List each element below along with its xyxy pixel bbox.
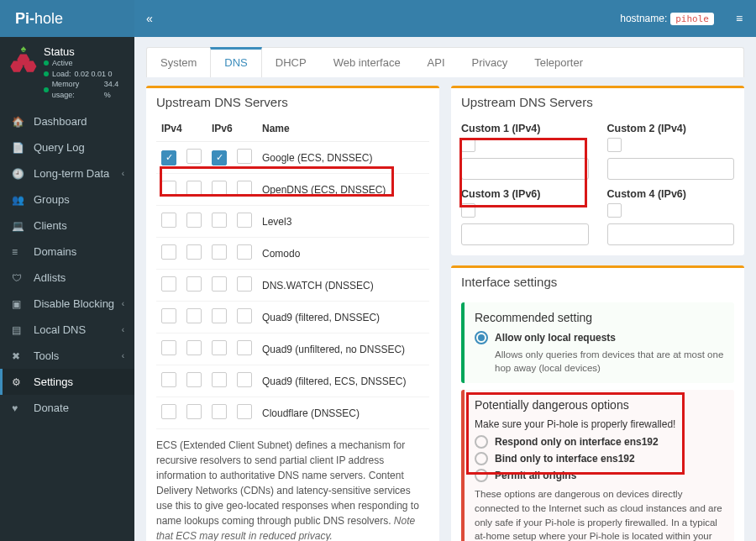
custom-dns-enable-checkbox[interactable]	[461, 138, 475, 152]
dns-checkbox[interactable]	[237, 372, 252, 387]
dns-checkbox[interactable]	[237, 244, 252, 260]
dns-checkbox[interactable]	[161, 181, 176, 196]
dns-checkbox[interactable]	[186, 340, 202, 355]
dns-checkbox[interactable]	[161, 372, 176, 387]
dns-provider-name: Cloudflare (DNSSEC)	[257, 397, 429, 429]
nav-icon: ⚙	[12, 376, 27, 388]
custom-dns-enable-checkbox[interactable]	[607, 138, 622, 152]
dns-checkbox[interactable]	[237, 181, 252, 196]
nav-icon: 🏠	[12, 116, 27, 128]
nav-icon: ≡	[12, 246, 27, 258]
dns-checkbox[interactable]	[237, 276, 252, 292]
brand-logo[interactable]: Pi-hole	[0, 0, 134, 37]
dns-provider-name: Quad9 (filtered, DNSSEC)	[257, 302, 429, 334]
dns-provider-name: Google (ECS, DNSSEC)	[257, 142, 429, 174]
dns-row: Cloudflare (DNSSEC)	[156, 397, 429, 429]
nav-item-dashboard[interactable]: 🏠Dashboard	[0, 108, 134, 134]
dns-row: Comodo	[156, 238, 429, 270]
nav-icon: 👥	[12, 194, 27, 206]
tab-web-interface[interactable]: Web interface	[320, 48, 414, 77]
custom-dns-input[interactable]	[607, 223, 735, 245]
dns-checkbox[interactable]	[212, 244, 227, 260]
dns-checkbox[interactable]	[212, 372, 227, 387]
custom-dns-enable-checkbox[interactable]	[607, 203, 622, 218]
dns-checkbox[interactable]	[161, 244, 176, 260]
dns-checkbox[interactable]	[161, 340, 176, 355]
status-title: Status	[44, 45, 126, 58]
dns-row: Quad9 (filtered, DNSSEC)	[156, 302, 429, 334]
dns-checkbox[interactable]	[237, 404, 252, 419]
interface-radio[interactable]	[475, 452, 488, 465]
dns-checkbox[interactable]	[161, 308, 176, 323]
dns-provider-name: OpenDNS (ECS, DNSSEC)	[257, 174, 429, 206]
dns-checkbox[interactable]	[186, 149, 202, 164]
nav-icon: ▤	[12, 324, 27, 336]
sidebar-toggle-button[interactable]: «	[134, 0, 165, 37]
nav-item-tools[interactable]: ✖Tools‹	[0, 343, 134, 369]
dns-provider-name: Comodo	[257, 238, 429, 270]
custom-dns-input[interactable]	[607, 158, 735, 180]
interface-radio[interactable]	[475, 469, 488, 482]
dns-checkbox[interactable]	[186, 244, 202, 260]
dns-checkbox[interactable]: ✓	[161, 150, 176, 165]
nav-item-groups[interactable]: 👥Groups	[0, 186, 134, 213]
dns-checkbox[interactable]	[212, 276, 227, 292]
dns-checkbox[interactable]	[186, 181, 202, 196]
tab-dhcp[interactable]: DHCP	[262, 48, 320, 77]
custom-dns-4: Custom 4 (IPv6)	[607, 188, 735, 245]
tab-dns[interactable]: DNS	[210, 47, 261, 77]
tab-system[interactable]: System	[147, 48, 210, 77]
dns-checkbox[interactable]	[161, 276, 176, 292]
status-memory: Memory usage: 34.4 %	[44, 79, 126, 100]
custom-dns-enable-checkbox[interactable]	[461, 203, 475, 218]
custom-dns-input[interactable]	[461, 158, 589, 180]
dns-checkbox[interactable]	[186, 213, 202, 228]
dns-checkbox[interactable]	[186, 276, 202, 292]
dns-checkbox[interactable]: ✓	[212, 150, 227, 165]
dns-row: Quad9 (unfiltered, no DNSSEC)	[156, 334, 429, 365]
nav-item-local-dns[interactable]: ▤Local DNS‹	[0, 317, 134, 343]
dns-checkbox[interactable]	[186, 372, 202, 387]
header-menu-button[interactable]: ≡	[722, 0, 756, 37]
dns-row: DNS.WATCH (DNSSEC)	[156, 270, 429, 302]
dns-checkbox[interactable]	[186, 308, 202, 323]
dns-checkbox[interactable]	[161, 404, 176, 419]
nav-item-long-term-data[interactable]: 🕘Long-term Data‹	[0, 160, 134, 186]
dns-checkbox[interactable]	[212, 308, 227, 323]
custom-dns-input[interactable]	[461, 223, 589, 245]
nav-item-domains[interactable]: ≡Domains	[0, 239, 134, 265]
nav-item-adlists[interactable]: 🛡Adlists	[0, 265, 134, 291]
nav-icon: ▣	[12, 298, 27, 310]
dns-checkbox[interactable]	[186, 404, 202, 419]
interface-settings-title: Interface settings	[451, 268, 744, 296]
interface-radio[interactable]	[475, 435, 488, 449]
dns-provider-name: Quad9 (filtered, ECS, DNSSEC)	[257, 365, 429, 397]
custom-dns-3: Custom 3 (IPv6)	[461, 188, 589, 245]
nav-item-disable-blocking[interactable]: ▣Disable Blocking‹	[0, 291, 134, 317]
nav-item-clients[interactable]: 💻Clients	[0, 213, 134, 239]
nav-icon: ♥	[12, 402, 27, 414]
settings-tabs: SystemDNSDHCPWeb interfaceAPIPrivacyTele…	[146, 47, 744, 77]
dns-row: Quad9 (filtered, ECS, DNSSEC)	[156, 365, 429, 397]
dns-checkbox[interactable]	[237, 149, 252, 164]
radio-allow-local[interactable]	[475, 331, 488, 344]
dns-checkbox[interactable]	[161, 213, 176, 228]
nav-item-query-log[interactable]: 📄Query Log	[0, 134, 134, 160]
nav-item-settings[interactable]: ⚙Settings	[0, 369, 134, 395]
dns-checkbox[interactable]	[212, 213, 227, 228]
nav-item-donate[interactable]: ♥Donate	[0, 395, 134, 421]
custom-upstream-title: Upstream DNS Servers	[451, 88, 744, 116]
dns-checkbox[interactable]	[237, 340, 252, 355]
tab-teleporter[interactable]: Teleporter	[521, 48, 596, 77]
tab-api[interactable]: API	[414, 48, 459, 77]
dns-checkbox[interactable]	[212, 404, 227, 419]
dns-checkbox[interactable]	[237, 308, 252, 323]
nav-icon: 🕘	[12, 168, 27, 180]
dns-checkbox[interactable]	[212, 340, 227, 355]
dns-checkbox[interactable]	[237, 213, 252, 228]
dns-provider-name: Level3	[257, 206, 429, 238]
dns-checkbox[interactable]	[212, 181, 227, 196]
hostname-badge: pihole	[670, 13, 714, 25]
nav-icon: 🛡	[12, 272, 27, 284]
tab-privacy[interactable]: Privacy	[459, 48, 522, 77]
